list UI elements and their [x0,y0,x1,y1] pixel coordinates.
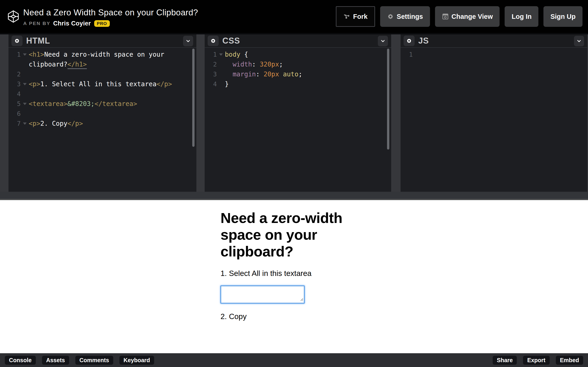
assets-button[interactable]: Assets [42,356,69,365]
log-in-button-label: Log In [511,13,531,20]
css-panel-header: CSS [205,34,391,48]
footer-right-group: Share Export Embed [493,356,583,365]
code-line: clipboard?</h1> [9,59,196,69]
sign-up-button[interactable]: Sign Up [544,6,582,27]
code-line: 1 [401,50,587,59]
settings-button[interactable]: Settings [380,6,430,27]
settings-button-label: Settings [397,13,423,20]
css-panel: CSS 1body {2 width: 320px;3 margin: 20px… [205,34,391,192]
js-panel-title: JS [418,36,429,46]
code-text: <h1>Need a zero-width space on your [29,51,164,58]
code-text: <p>2. Copy</p> [29,120,83,127]
byline-prefix: A PEN BY [23,21,50,26]
footer-left-group: Console Assets Comments Keyboard [5,356,154,365]
code-line: 2 [9,69,196,79]
html-panel-title: HTML [26,36,50,46]
html-editor-scrollbar-thumb[interactable] [192,49,195,147]
step-1-text: 1. Select All in this textarea [221,269,367,278]
header-actions: Fork Settings [336,6,582,27]
html-code-editor[interactable]: 1<h1>Need a zero-width space on yourclip… [9,48,196,128]
code-line: 1body { [205,50,391,59]
code-line: 2 width: 320px; [205,59,391,69]
fold-arrow-icon[interactable] [21,83,29,85]
fork-button[interactable]: Fork [336,6,375,27]
js-editor-settings-button[interactable] [404,35,415,46]
fork-icon [343,13,350,20]
sign-up-button-label: Sign Up [550,13,576,20]
codepen-editor-page: Need a Zero Width Space on your Clipboar… [0,0,588,367]
js-panel-collapse-button[interactable] [574,36,584,46]
pen-title: Need a Zero Width Space on your Clipboar… [23,8,198,18]
html-panel: HTML 1<h1>Need a zero-width space on you… [9,34,196,192]
code-text: <textarea>&#8203;</textarea> [29,100,137,108]
header: Need a Zero Width Space on your Clipboar… [0,0,588,33]
pen-title-block: Need a Zero Width Space on your Clipboar… [23,6,198,27]
code-text: } [225,80,229,88]
html-panel-header: HTML [9,34,196,48]
gear-icon [387,13,394,20]
footer: Console Assets Comments Keyboard Share E… [0,353,588,367]
code-text: clipboard?</h1> [29,60,87,68]
preview-heading: Need a zero-width space on your clipboar… [221,210,363,260]
embed-button[interactable]: Embed [556,356,583,365]
change-view-button-label: Change View [451,13,493,20]
code-text: width: 320px; [225,60,283,68]
line-number: 3 [205,71,217,78]
line-number: 6 [9,110,21,117]
html-panel-collapse-button[interactable] [183,36,193,46]
css-panel-title: CSS [222,36,240,46]
comments-button[interactable]: Comments [75,356,113,365]
code-line: 3<p>1. Select All in this textarea</p> [9,79,196,89]
demo-textarea-wrap [221,286,304,303]
fork-button-label: Fork [353,13,367,20]
fold-arrow-icon[interactable] [21,53,29,56]
change-view-button[interactable]: Change View [435,6,500,27]
editor-preview-resize-bar[interactable] [0,192,588,200]
code-text: <p>1. Select All in this textarea</p> [29,80,172,88]
preview-body: Need a zero-width space on your clipboar… [221,210,367,321]
editors-workspace: HTML 1<h1>Need a zero-width space on you… [0,33,588,192]
change-view-icon [442,13,449,20]
css-panel-collapse-button[interactable] [378,36,388,46]
line-number: 4 [205,81,217,88]
code-line: 6 [9,109,196,119]
html-editor-settings-button[interactable] [11,35,23,46]
code-text: margin: 20px auto; [225,70,302,78]
step-2-text: 2. Copy [221,312,367,321]
js-panel-header: JS [401,34,587,48]
fold-arrow-icon[interactable] [21,103,29,105]
css-editor-settings-button[interactable] [208,35,219,46]
css-code-editor[interactable]: 1body {2 width: 320px;3 margin: 20px aut… [205,48,391,89]
code-line: 1<h1>Need a zero-width space on your [9,50,196,59]
preview-pane: Need a zero-width space on your clipboar… [0,200,588,353]
fold-arrow-icon[interactable] [21,123,29,125]
line-number: 2 [9,71,21,78]
share-button[interactable]: Share [493,356,517,365]
codepen-logo-icon[interactable] [8,10,19,23]
line-number: 3 [9,81,21,88]
line-number: 4 [9,90,21,98]
line-number: 1 [205,51,217,58]
css-editor-scrollbar-thumb[interactable] [387,49,389,150]
fold-arrow-icon[interactable] [217,53,225,56]
line-number: 7 [9,120,21,127]
line-number: 1 [9,51,21,58]
byline: A PEN BY Chris Coyier PRO [23,20,198,27]
js-code-editor[interactable]: 1 [401,48,587,59]
line-number: 2 [205,61,217,68]
export-button[interactable]: Export [523,356,549,365]
keyboard-button[interactable]: Keyboard [120,356,154,365]
demo-textarea[interactable] [221,286,304,303]
code-line: 4} [205,79,391,89]
log-in-button[interactable]: Log In [505,6,538,27]
code-line: 4 [9,89,196,99]
line-number: 5 [9,100,21,107]
console-button[interactable]: Console [5,356,36,365]
textarea-resize-handle-icon[interactable] [300,298,303,302]
code-line: 7<p>2. Copy</p> [9,119,196,128]
code-text: body { [225,51,248,58]
code-line: 5<textarea>&#8203;</textarea> [9,99,196,109]
author-link[interactable]: Chris Coyier [53,20,91,27]
pro-badge: PRO [94,20,110,27]
line-number: 1 [401,51,413,58]
